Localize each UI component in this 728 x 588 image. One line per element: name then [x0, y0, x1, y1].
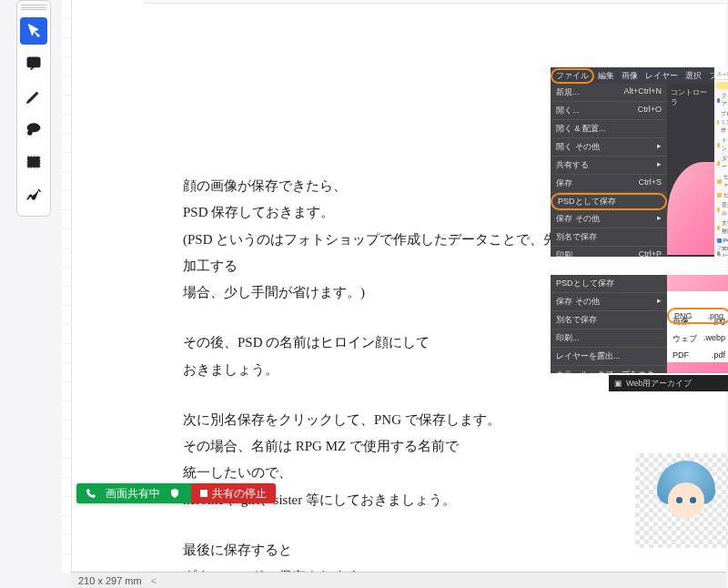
menu-new[interactable]: 新規...Alt+Ctrl+N: [551, 84, 667, 102]
menu-print[interactable]: 印刷...Ctrl+P: [551, 247, 667, 257]
menu-save[interactable]: 保存Ctrl+S: [551, 175, 667, 193]
filename-field[interactable]: ファイル名(N): 新規プロジェクト.psd: [714, 237, 728, 244]
menu-save-as[interactable]: 別名で保存: [551, 228, 667, 247]
explorer-r7[interactable]: 文字資料整理用: [714, 218, 728, 237]
lasso-tool[interactable]: [20, 116, 47, 143]
archive-icon: ▣: [614, 379, 622, 388]
explorer-r4[interactable]: ピクチャ: [714, 172, 728, 190]
menubar-image[interactable]: 画像: [618, 70, 642, 82]
signature-tool[interactable]: [20, 181, 47, 208]
show-files[interactable]: ファイルを表示する: [714, 251, 728, 257]
pencil-icon: [25, 87, 43, 106]
vertical-ruler: [62, 0, 71, 572]
svg-point-1: [27, 124, 39, 131]
menu-share[interactable]: 共有する▸: [551, 157, 667, 175]
menubar-edit[interactable]: 編集: [594, 70, 618, 82]
pencil-tool[interactable]: [20, 83, 47, 110]
lasso-icon: [25, 120, 43, 138]
screen-share-bar: 画面共有中 共有の停止: [76, 483, 276, 503]
tool-strip: A: [16, 0, 51, 217]
cursor-icon: [25, 22, 43, 40]
avatar-girl: [657, 461, 715, 537]
menu2-other[interactable]: 保存 その他▸: [551, 293, 667, 311]
saveas-format-list: 画像.jpg ウェブ.webp PDF.pdf: [667, 291, 728, 362]
explorer-r2[interactable]: ドキュメント: [714, 136, 728, 154]
explorer-r5[interactable]: ビデオ: [714, 190, 728, 200]
strip-grip[interactable]: [21, 5, 46, 10]
cursor-tool[interactable]: [20, 17, 47, 45]
filetype-field[interactable]: ファイルの種類(T): PSD Files (*.psd): [714, 244, 728, 251]
screenshot-file-menu: ファイル 編集 画像 レイヤー 選択 フィルタ 新規...Alt+Ctrl+N …: [551, 67, 728, 257]
menu-save-psd[interactable]: PSDとして保存: [551, 193, 667, 210]
menubar-select[interactable]: 選択: [682, 70, 705, 82]
avatar-preview: [635, 453, 728, 548]
explorer-r3[interactable]: ダウンロード: [714, 154, 728, 172]
format-png-highlight[interactable]: PNG.png: [667, 308, 728, 324]
textbox-tool[interactable]: A: [20, 148, 47, 176]
comment-icon: [25, 55, 43, 73]
format-webp[interactable]: ウェブ.webp: [667, 330, 728, 348]
menu-open[interactable]: 開く...Ctrl+O: [551, 102, 667, 120]
file-explorer: ⚠ « PC » デスクトップ クイックアクセス プログラミング制作 ドキュメン…: [714, 67, 728, 257]
explorer-new-folder[interactable]: [716, 82, 728, 89]
menu2-psd[interactable]: PSDとして保存: [551, 275, 667, 293]
menu-open-other[interactable]: 開く その他▸: [551, 138, 667, 157]
top-frame: [143, 0, 728, 4]
shield-icon: [169, 488, 180, 499]
menubar-file[interactable]: ファイル: [551, 68, 594, 84]
status-chevron-icon[interactable]: <: [151, 575, 157, 586]
text-icon: A: [25, 153, 43, 171]
format-pdf[interactable]: PDF.pdf: [667, 348, 728, 362]
menu2-lut[interactable]: カラールックアップをエクスポート...: [551, 366, 667, 373]
warning-icon: ⚠: [717, 70, 722, 76]
comment-tool[interactable]: [20, 50, 47, 77]
page-dimensions: 210 x 297 mm: [78, 575, 142, 586]
menu2-saveas[interactable]: 別名で保存: [551, 311, 667, 329]
share-status[interactable]: 画面共有中: [76, 483, 191, 503]
signature-icon: [25, 186, 43, 204]
stop-share-label: 共有の停止: [212, 486, 267, 502]
share-status-label: 画面共有中: [106, 486, 160, 502]
explorer-r6[interactable]: 音楽フォルダー: [714, 200, 728, 218]
file-menu-panel: 新規...Alt+Ctrl+N 開く...Ctrl+O 開く & 配置... 開…: [551, 84, 667, 257]
menu2-print[interactable]: 印刷...: [551, 329, 667, 348]
menubar-layer[interactable]: レイヤー: [642, 70, 682, 82]
status-bar: 210 x 297 mm <: [71, 572, 726, 588]
app-menubar: ファイル 編集 画像 レイヤー 選択 フィルタ: [551, 67, 728, 84]
stop-icon: [200, 490, 207, 497]
phone-icon: [86, 488, 96, 499]
saveas-menu-panel: PSDとして保存 保存 その他▸ 別名で保存 印刷... レイヤーを露出... …: [551, 275, 667, 373]
menu2-layer[interactable]: レイヤーを露出...: [551, 348, 667, 366]
menu-save-other[interactable]: 保存 その他▸: [551, 210, 667, 228]
screenshot-saveas-png: PSDとして保存 保存 その他▸ 別名で保存 印刷... レイヤーを露出... …: [551, 275, 728, 373]
stop-share-button[interactable]: 共有の停止: [191, 483, 276, 503]
menu-open-place[interactable]: 開く & 配置...: [551, 120, 667, 138]
explorer-quickaccess[interactable]: クイックアクセス: [714, 91, 728, 109]
explorer-r1[interactable]: プログラミング制作: [714, 109, 728, 136]
explorer-breadcrumb[interactable]: ⚠ « PC » デスクトップ: [714, 67, 728, 80]
web-archive-titlebar[interactable]: ▣ Web用アーカイブ: [609, 375, 728, 391]
svg-text:A: A: [32, 157, 38, 167]
